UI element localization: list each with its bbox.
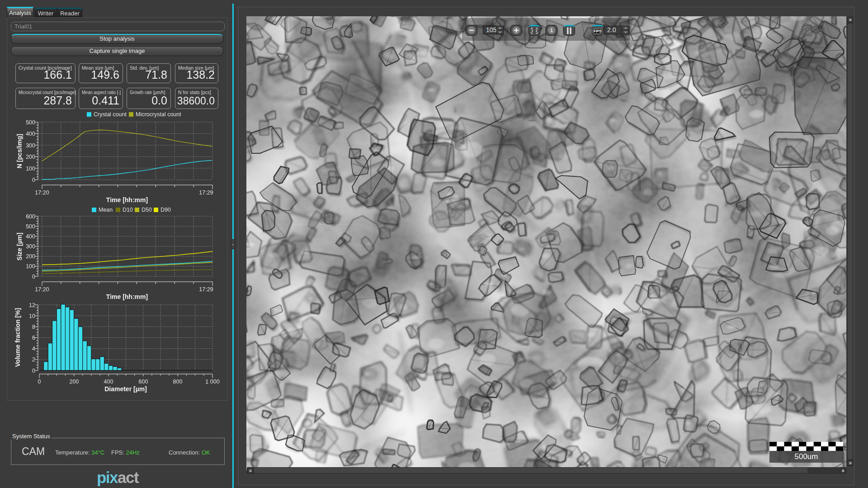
svg-text:1: 1 bbox=[550, 28, 553, 33]
svg-text:Volume fraction [%]: Volume fraction [%] bbox=[14, 308, 21, 367]
svg-text:10: 10 bbox=[29, 313, 35, 319]
svg-text:1 000: 1 000 bbox=[205, 379, 219, 385]
svg-text:600: 600 bbox=[26, 213, 35, 220]
svg-text:400: 400 bbox=[26, 233, 35, 240]
svg-text:800: 800 bbox=[173, 379, 183, 385]
svg-text:200: 200 bbox=[70, 379, 79, 385]
svg-text:17:20: 17:20 bbox=[35, 190, 49, 196]
svg-text:2: 2 bbox=[32, 356, 35, 363]
svg-text:100: 100 bbox=[26, 166, 35, 172]
svg-text:400: 400 bbox=[104, 379, 113, 385]
svg-text:N [pcs/img]: N [pcs/img] bbox=[16, 134, 23, 168]
svg-text:17:20: 17:20 bbox=[35, 286, 49, 293]
svg-text:D90: D90 bbox=[160, 207, 171, 213]
svg-text:200: 200 bbox=[26, 154, 35, 160]
svg-text:6: 6 bbox=[32, 335, 35, 341]
svg-text:400: 400 bbox=[26, 131, 35, 137]
svg-text:Diameter [µm]: Diameter [µm] bbox=[104, 385, 147, 393]
svg-text:0: 0 bbox=[32, 177, 35, 183]
svg-text:12: 12 bbox=[29, 302, 35, 308]
svg-text:300: 300 bbox=[26, 243, 35, 250]
svg-text:0: 0 bbox=[32, 368, 35, 374]
svg-text:Mean: Mean bbox=[99, 207, 113, 213]
svg-text:500: 500 bbox=[26, 119, 35, 126]
svg-text:17:29: 17:29 bbox=[199, 190, 213, 196]
svg-text:17:29: 17:29 bbox=[199, 286, 213, 293]
svg-text:D50: D50 bbox=[142, 207, 152, 213]
svg-text:Crystal count: Crystal count bbox=[94, 111, 127, 118]
svg-text:Time [hh:mm]: Time [hh:mm] bbox=[106, 196, 148, 204]
svg-text:D10: D10 bbox=[123, 207, 133, 213]
svg-text:Microcrystal count: Microcrystal count bbox=[136, 111, 181, 118]
svg-text:600: 600 bbox=[139, 379, 148, 385]
svg-text:0: 0 bbox=[38, 379, 41, 385]
svg-text:500: 500 bbox=[26, 223, 35, 230]
svg-text:0: 0 bbox=[32, 274, 35, 280]
svg-text:4: 4 bbox=[32, 346, 35, 352]
svg-text:100: 100 bbox=[26, 263, 35, 270]
svg-text:8: 8 bbox=[32, 324, 35, 330]
svg-text:300: 300 bbox=[26, 142, 35, 149]
svg-text:Size [µm]: Size [µm] bbox=[16, 232, 23, 261]
svg-text:Time [hh:mm]: Time [hh:mm] bbox=[106, 293, 148, 300]
svg-text:200: 200 bbox=[26, 253, 35, 260]
